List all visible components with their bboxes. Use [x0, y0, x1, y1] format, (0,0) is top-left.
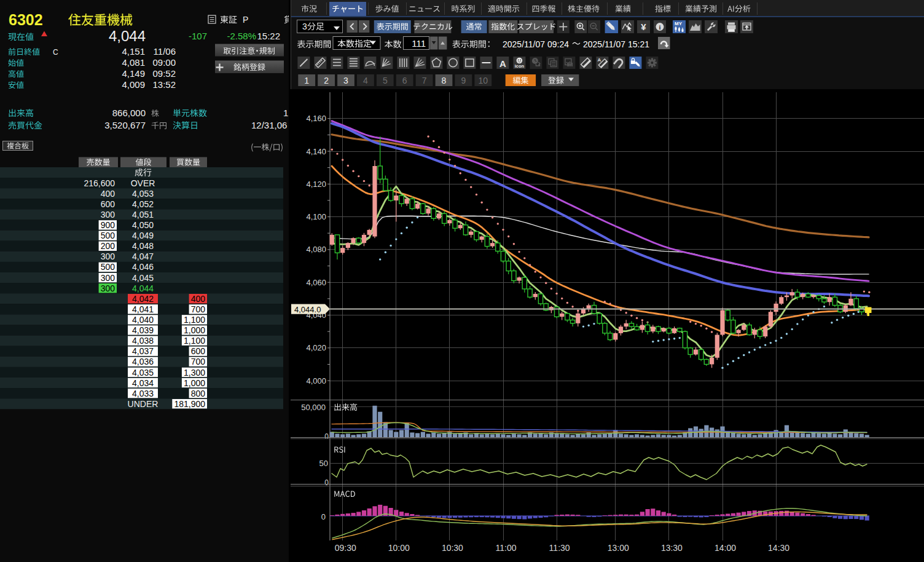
- svg-text:1,000: 1,000: [184, 378, 205, 388]
- svg-text:6302: 6302: [9, 11, 43, 28]
- svg-text:400: 400: [101, 189, 116, 199]
- svg-text:50: 50: [319, 459, 328, 468]
- svg-text:3,520,677: 3,520,677: [104, 120, 146, 130]
- svg-text:4,020: 4,020: [306, 343, 326, 352]
- svg-text:4,100: 4,100: [306, 212, 326, 221]
- svg-text:¥: ¥: [641, 22, 646, 32]
- svg-text:14:30: 14:30: [768, 543, 789, 553]
- svg-text:A: A: [598, 57, 601, 63]
- svg-text:icon: icon: [515, 63, 525, 69]
- svg-text:50,000: 50,000: [301, 403, 326, 412]
- svg-text:3: 3: [302, 22, 307, 31]
- svg-text:4,033: 4,033: [132, 389, 154, 398]
- svg-text:4,042: 4,042: [132, 294, 154, 304]
- svg-text:4,046: 4,046: [132, 262, 154, 272]
- svg-text:11/06: 11/06: [154, 46, 176, 57]
- svg-text:500: 500: [101, 231, 116, 240]
- svg-text:4,050: 4,050: [132, 220, 154, 230]
- svg-text:4,041: 4,041: [132, 304, 154, 314]
- svg-text:4,081: 4,081: [122, 57, 145, 68]
- svg-text:09:30: 09:30: [335, 543, 356, 553]
- svg-text:10:30: 10:30: [442, 543, 463, 553]
- svg-text:4: 4: [363, 76, 368, 85]
- svg-text:4,044.0: 4,044.0: [294, 305, 321, 314]
- svg-text:4,051: 4,051: [132, 210, 154, 220]
- svg-text:1,100: 1,100: [184, 315, 205, 325]
- svg-text:4,037: 4,037: [132, 346, 154, 356]
- svg-text:111: 111: [412, 38, 426, 49]
- svg-text:09:00: 09:00: [152, 57, 176, 68]
- svg-text:4,044: 4,044: [132, 283, 154, 293]
- svg-text:14:00: 14:00: [715, 543, 736, 553]
- svg-text:9: 9: [461, 76, 466, 85]
- svg-text:500: 500: [101, 262, 116, 272]
- svg-text:4,040: 4,040: [132, 315, 154, 325]
- svg-text:400: 400: [191, 294, 206, 304]
- svg-text:4,047: 4,047: [132, 251, 154, 261]
- svg-text:5: 5: [383, 76, 388, 85]
- svg-text:600: 600: [101, 199, 116, 209]
- svg-text:4,080: 4,080: [306, 245, 326, 254]
- svg-text:C: C: [53, 48, 58, 57]
- svg-text:P: P: [243, 15, 248, 25]
- svg-text:4,038: 4,038: [132, 336, 154, 346]
- svg-text:800: 800: [191, 389, 206, 398]
- svg-text:4,053: 4,053: [132, 189, 154, 199]
- svg-text:2025/11/07 09:24: 2025/11/07 09:24: [503, 39, 569, 49]
- svg-text:0: 0: [324, 478, 329, 487]
- svg-text:OVER: OVER: [131, 178, 155, 188]
- svg-text:216,600: 216,600: [84, 178, 115, 188]
- svg-text:4,009: 4,009: [122, 79, 145, 90]
- svg-text:4,052: 4,052: [132, 199, 154, 209]
- svg-text:600: 600: [191, 346, 206, 356]
- svg-text:MY: MY: [675, 21, 683, 26]
- svg-text:4,120: 4,120: [306, 180, 326, 189]
- svg-text:11:00: 11:00: [496, 543, 517, 553]
- svg-text:1: 1: [283, 108, 288, 118]
- svg-text:-2.58%: -2.58%: [227, 31, 256, 41]
- svg-text:900: 900: [101, 220, 116, 230]
- svg-text:4,035: 4,035: [132, 368, 154, 378]
- svg-text:UNDER: UNDER: [128, 399, 159, 409]
- svg-text:i: i: [659, 23, 660, 31]
- svg-text:866,000: 866,000: [112, 108, 146, 118]
- svg-text:300: 300: [101, 283, 116, 293]
- svg-text:2025/11/07 15:21: 2025/11/07 15:21: [583, 39, 649, 49]
- svg-text:4,034: 4,034: [132, 378, 154, 388]
- svg-text:-107: -107: [189, 31, 207, 41]
- svg-text:10:00: 10:00: [388, 543, 410, 553]
- svg-text:12/31,06: 12/31,06: [251, 120, 287, 130]
- svg-text:11:30: 11:30: [549, 543, 570, 553]
- svg-text:4,044: 4,044: [109, 28, 146, 44]
- svg-text:13:52: 13:52: [152, 79, 176, 90]
- svg-text:1,300: 1,300: [184, 368, 205, 378]
- svg-text:13:30: 13:30: [661, 543, 683, 553]
- svg-text:1,100: 1,100: [184, 336, 205, 346]
- svg-text:0: 0: [324, 432, 329, 441]
- svg-text:0: 0: [321, 512, 326, 521]
- svg-text:4,060: 4,060: [306, 278, 326, 287]
- svg-text:4,151: 4,151: [122, 46, 145, 57]
- svg-text:4,036: 4,036: [132, 357, 154, 366]
- svg-text:7: 7: [422, 76, 427, 85]
- svg-text:4,149: 4,149: [122, 68, 145, 79]
- svg-text:A: A: [499, 58, 506, 69]
- svg-text:4,049: 4,049: [132, 231, 154, 240]
- svg-text:13:00: 13:00: [608, 543, 629, 553]
- svg-text:15:22: 15:22: [257, 31, 280, 41]
- svg-text:300: 300: [101, 273, 116, 283]
- svg-text:1,000: 1,000: [184, 325, 205, 335]
- svg-text:3: 3: [343, 76, 348, 85]
- svg-text:4,039: 4,039: [132, 325, 154, 335]
- svg-text:181,900: 181,900: [174, 399, 205, 409]
- svg-text:1: 1: [304, 76, 309, 85]
- svg-text:2: 2: [324, 76, 329, 85]
- svg-text:700: 700: [191, 304, 206, 314]
- svg-text:200: 200: [101, 241, 116, 251]
- svg-text:4,048: 4,048: [132, 241, 154, 251]
- svg-text:09:52: 09:52: [152, 68, 176, 79]
- svg-text:4,045: 4,045: [132, 273, 154, 283]
- svg-text:6: 6: [402, 76, 407, 85]
- svg-text:300: 300: [101, 251, 116, 261]
- svg-text:4,140: 4,140: [306, 147, 326, 156]
